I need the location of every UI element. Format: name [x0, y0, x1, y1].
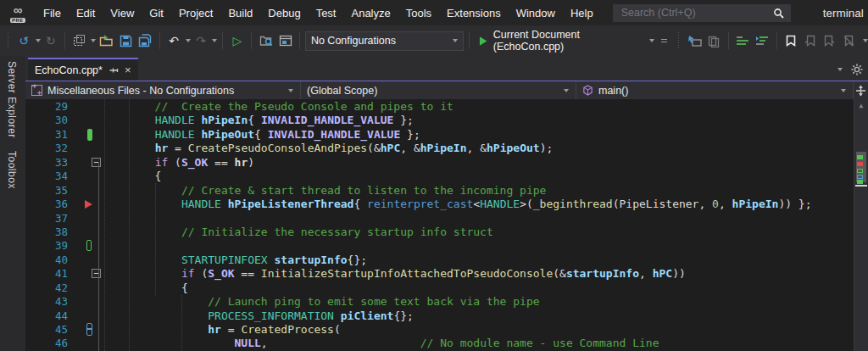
menu-git[interactable]: Git	[142, 3, 171, 24]
menu-window[interactable]: Window	[509, 3, 563, 24]
menu-view[interactable]: View	[103, 3, 142, 24]
code-text[interactable]: STARTUPINFOEX startupInfo{};	[102, 254, 854, 267]
save-all-button[interactable]	[136, 31, 154, 50]
glyph-margin[interactable]	[68, 295, 95, 309]
code-text[interactable]: if (S_OK == hr)	[102, 156, 854, 170]
symbol-dropdown[interactable]: main()	[576, 81, 854, 99]
find-in-files-button[interactable]	[257, 31, 275, 50]
open-file-button[interactable]	[97, 31, 115, 50]
collapse-toggle-icon[interactable]	[92, 158, 101, 167]
menu-help[interactable]: Help	[563, 3, 601, 24]
close-icon[interactable]: ×	[125, 66, 131, 75]
code-line-37[interactable]: 37	[25, 212, 854, 226]
code-line-42[interactable]: 42 {	[25, 281, 854, 295]
code-text[interactable]: // Create the Pseudo Console and pipes t…	[102, 100, 854, 114]
line-number[interactable]: 35	[25, 184, 68, 198]
line-number[interactable]: 31	[25, 128, 68, 142]
code-editor[interactable]: 29 // Create the Pseudo Console and pipe…	[25, 99, 868, 351]
code-line-33[interactable]: 33 if (S_OK == hr)	[25, 156, 854, 170]
collapse-toggle-icon[interactable]	[92, 269, 101, 278]
glyph-margin[interactable]	[68, 170, 95, 183]
menu-analyze[interactable]: Analyze	[343, 3, 398, 24]
code-line-35[interactable]: 35 // Create & start thread to listen to…	[25, 184, 854, 198]
code-line-34[interactable]: 34 {	[25, 170, 854, 183]
line-number[interactable]: 30	[25, 114, 68, 127]
pin-icon[interactable]	[108, 65, 119, 75]
new-project-dropdown-icon[interactable]	[91, 39, 96, 42]
start-debugging-button[interactable]: Current Document (EchoCon.cpp)	[474, 31, 672, 51]
sidebar-tab-server-explorer[interactable]: Server Explorer	[6, 61, 18, 138]
clear-bookmarks-button[interactable]	[840, 31, 858, 50]
gear-icon[interactable]	[851, 64, 863, 75]
line-number[interactable]: 36	[25, 198, 68, 211]
glyph-margin[interactable]	[68, 198, 95, 211]
glyph-margin[interactable]	[68, 309, 95, 323]
undo-dropdown-icon[interactable]	[186, 39, 191, 42]
code-text[interactable]: HANDLE hPipeIn{ INVALID_HANDLE_VALUE };	[102, 114, 854, 127]
glyph-margin[interactable]	[68, 337, 95, 350]
tab-list-dropdown-icon[interactable]	[837, 68, 843, 71]
code-text[interactable]: PROCESS_INFORMATION piClient{};	[102, 309, 854, 323]
save-button[interactable]	[117, 31, 135, 50]
glyph-margin[interactable]	[68, 184, 95, 198]
code-line-32[interactable]: 32 hr = CreatePseudoConsoleAndPipes(&hPC…	[25, 142, 854, 155]
code-text[interactable]: // Launch ping to emit some text back vi…	[102, 295, 854, 309]
undo-button[interactable]: ↶	[165, 31, 183, 50]
format-document-icon[interactable]	[754, 31, 771, 50]
glyph-margin[interactable]	[68, 226, 95, 239]
code-text[interactable]: HANDLE hPipeOut{ INVALID_HANDLE_VALUE };	[102, 128, 854, 142]
editor-split-handle[interactable]	[854, 81, 868, 99]
menu-project[interactable]: Project	[171, 3, 220, 24]
menu-file[interactable]: File	[36, 3, 69, 24]
code-text[interactable]: HANDLE hPipeListenerThread{ reinterpret_…	[102, 198, 854, 211]
line-number[interactable]: 34	[25, 170, 68, 183]
line-number[interactable]: 45	[25, 323, 68, 337]
code-text[interactable]: hr = CreatedProcess(	[102, 323, 854, 337]
code-text[interactable]	[102, 212, 854, 226]
sidebar-tab-toolbox[interactable]: Toolbox	[6, 151, 18, 189]
code-line-41[interactable]: 41 if (S_OK == InitializeStartupInfoAtta…	[25, 267, 854, 281]
glyph-margin[interactable]	[68, 100, 95, 114]
code-text[interactable]: {	[102, 281, 854, 295]
line-number[interactable]: 46	[25, 337, 68, 350]
line-number[interactable]: 42	[25, 281, 68, 295]
glyph-margin[interactable]	[68, 323, 95, 337]
menu-tools[interactable]: Tools	[398, 3, 439, 24]
project-dropdown[interactable]: ++ Miscellaneous Files - No Configuratio…	[25, 81, 301, 99]
redo-dropdown-icon[interactable]	[212, 39, 217, 42]
redo-button[interactable]: ↷	[192, 31, 210, 50]
line-number[interactable]: 33	[25, 156, 68, 170]
glyph-margin[interactable]	[68, 239, 95, 253]
glyph-margin[interactable]	[68, 212, 95, 226]
menu-edit[interactable]: Edit	[69, 3, 103, 24]
code-line-30[interactable]: 30 HANDLE hPipeIn{ INVALID_HANDLE_VALUE …	[25, 114, 854, 127]
toolbar-grip[interactable]	[6, 32, 11, 49]
navigate-back-button[interactable]: ↺	[15, 31, 33, 50]
navigate-forward-button[interactable]: ↻	[42, 31, 60, 50]
new-project-button[interactable]	[70, 31, 88, 50]
line-number[interactable]: 29	[25, 100, 68, 114]
code-line-39[interactable]: 39	[25, 239, 854, 253]
next-bookmark-button[interactable]	[821, 31, 838, 50]
toolbar-overflow-icon[interactable]	[863, 39, 868, 42]
tab-echocon-cpp[interactable]: EchoCon.cpp* ×	[28, 58, 138, 81]
previous-bookmark-button[interactable]	[801, 31, 819, 50]
line-number[interactable]: 41	[25, 267, 68, 281]
code-text[interactable]: // Create & start thread to listen to th…	[102, 184, 854, 198]
line-number[interactable]: 44	[25, 309, 68, 323]
glyph-margin[interactable]	[68, 128, 95, 142]
code-line-45[interactable]: 45 hr = CreatedProcess(	[25, 323, 854, 337]
line-number[interactable]: 43	[25, 295, 68, 309]
search-box[interactable]	[613, 4, 791, 22]
code-line-43[interactable]: 43 // Launch ping to emit some text back…	[25, 295, 854, 309]
start-without-debugging-button[interactable]: ▷	[228, 31, 246, 50]
menu-extensions[interactable]: Extensions	[439, 3, 509, 24]
code-text[interactable]: // Initialize the necessary startup info…	[102, 226, 854, 239]
attach-to-process-button[interactable]	[686, 31, 704, 50]
menu-debug[interactable]: Debug	[260, 3, 308, 24]
code-text[interactable]: if (S_OK == InitializeStartupInfoAttache…	[102, 267, 854, 281]
line-number[interactable]: 39	[25, 239, 68, 253]
scope-dropdown[interactable]: (Global Scope)	[301, 81, 576, 99]
paste-special-button[interactable]	[705, 31, 723, 50]
navigate-back-dropdown-icon[interactable]	[36, 39, 41, 42]
